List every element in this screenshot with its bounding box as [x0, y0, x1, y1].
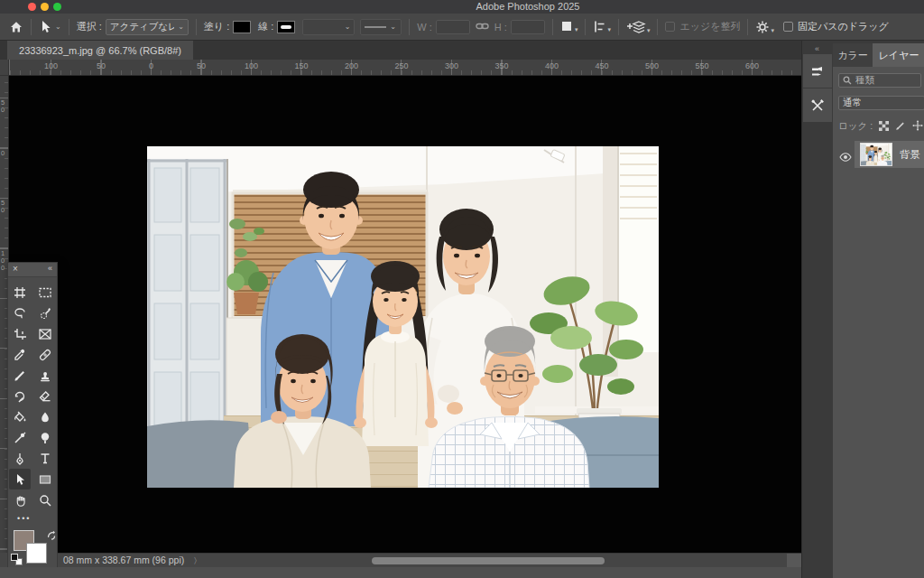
window-title: Adobe Photoshop 2025: [476, 1, 580, 12]
fill-swatch[interactable]: [233, 21, 251, 33]
chevron-down-icon: ⌄: [178, 23, 184, 31]
link-icon[interactable]: [476, 22, 489, 33]
stroke-type-dropdown: ⌄: [360, 19, 402, 35]
tool-presets-icon[interactable]: [803, 89, 832, 122]
height-field: [511, 20, 545, 34]
width-field: [436, 20, 470, 34]
horizontal-ruler[interactable]: 1005005010015020025030035040045050055060…: [9, 60, 801, 76]
move-tool-button[interactable]: ⌄: [39, 20, 61, 33]
stroke-swatch[interactable]: [277, 21, 295, 33]
canvas-pasteboard[interactable]: [9, 76, 801, 553]
maximize-window-button[interactable]: [53, 3, 61, 11]
options-bar: ⌄ 選択 : アクティブなレ… ⌄ 塗り : 線 : ⌄ ⌄ W : H :: [0, 14, 924, 41]
tools-panel: × «: [7, 262, 58, 578]
home-icon[interactable]: [9, 20, 23, 34]
tool-hand[interactable]: [9, 489, 31, 510]
path-operations-button[interactable]: ▾: [560, 20, 578, 33]
path-alignment-button[interactable]: ▾: [593, 20, 611, 33]
tool-toning[interactable]: [9, 427, 31, 448]
tool-eraser[interactable]: [34, 386, 56, 406]
tab-layers[interactable]: レイヤー: [873, 43, 924, 67]
layer-search-input[interactable]: 種類: [838, 73, 921, 88]
tool-history-brush[interactable]: [9, 386, 31, 406]
lock-label: ロック :: [838, 120, 873, 133]
tool-quick-select[interactable]: [34, 303, 56, 323]
stroke-width-dropdown: ⌄: [302, 19, 355, 35]
lock-position-icon[interactable]: [912, 120, 923, 133]
constrain-path-drag-checkbox[interactable]: 固定パスのドラッグ: [783, 20, 889, 33]
tool-blur[interactable]: [34, 406, 56, 427]
brushes-panel-icon[interactable]: [803, 54, 832, 88]
tool-path-select[interactable]: [9, 469, 31, 489]
status-bar[interactable]: 08 mm x 338.67 mm (96 ppi)〉: [58, 553, 787, 567]
document-tab[interactable]: 23336923_m.jpg @ 66.7% (RGB/8#): [7, 41, 193, 60]
document-tab-bar: 23336923_m.jpg @ 66.7% (RGB/8#): [0, 41, 801, 60]
move-tool-icon: [39, 20, 51, 33]
chevron-down-icon: ⌄: [55, 23, 61, 31]
gear-button[interactable]: ▾: [755, 20, 774, 34]
tool-type[interactable]: [34, 448, 56, 469]
fill-label: 塗り :: [204, 20, 229, 33]
tool-paint-bucket[interactable]: [9, 406, 31, 427]
tool-frame[interactable]: [34, 323, 56, 344]
swap-colors-icon[interactable]: [46, 528, 57, 545]
tool-lasso[interactable]: [9, 303, 31, 323]
path-arrangement-button[interactable]: ▾: [626, 20, 651, 34]
tool-marquee[interactable]: [34, 282, 56, 303]
height-label: H :: [494, 22, 507, 33]
width-label: W :: [417, 22, 432, 33]
close-window-button[interactable]: [28, 3, 36, 11]
eye-icon[interactable]: [839, 149, 852, 165]
stroke-label: 線 :: [258, 20, 273, 33]
titlebar: Adobe Photoshop 2025: [0, 0, 924, 14]
blend-mode-dropdown[interactable]: 通常: [838, 96, 924, 110]
layers-panel: カラー レイヤー 種類 通常 ロック :: [833, 43, 924, 578]
status-chevron-icon[interactable]: 〉: [193, 556, 201, 565]
tool-pen[interactable]: [9, 448, 31, 469]
tools-panel-header[interactable]: × «: [8, 263, 57, 277]
edit-toolbar-ellipsis[interactable]: •••: [8, 510, 57, 523]
tool-brush[interactable]: [9, 365, 31, 386]
document-image[interactable]: [147, 146, 659, 488]
search-icon: [843, 76, 852, 85]
select-label: 選択 :: [77, 20, 102, 33]
tool-healing-brush[interactable]: [34, 344, 56, 365]
collapse-icon[interactable]: «: [48, 264, 52, 273]
ruler-origin-corner[interactable]: [0, 60, 9, 76]
lock-paint-icon[interactable]: [895, 120, 906, 133]
layer-thumbnail[interactable]: [860, 143, 892, 166]
panel-tabs: カラー レイヤー: [833, 43, 924, 67]
tab-color[interactable]: カラー: [833, 43, 873, 67]
document-dimensions: 08 mm x 338.67 mm (96 ppi): [63, 555, 184, 565]
collapse-dock-icon[interactable]: «: [815, 44, 819, 53]
tool-artboard[interactable]: [9, 282, 31, 303]
align-edges-checkbox: エッジを整列: [665, 20, 740, 33]
default-colors-icon[interactable]: [11, 554, 23, 566]
minimize-window-button[interactable]: [41, 3, 49, 11]
tool-clone-stamp[interactable]: [34, 365, 56, 386]
select-mode-dropdown[interactable]: アクティブなレ… ⌄: [106, 19, 189, 35]
lock-transparency-icon[interactable]: [879, 121, 889, 133]
gear-icon: [755, 20, 770, 34]
close-icon[interactable]: ×: [13, 264, 18, 274]
tool-eyedropper[interactable]: [9, 344, 31, 365]
layer-row[interactable]: 背景: [833, 141, 924, 168]
background-color-swatch[interactable]: [26, 543, 47, 564]
scrollbar-corner[interactable]: [787, 553, 801, 567]
right-panel-dock: « カラー レイヤー 種類 通常 ロック :: [801, 41, 924, 578]
tool-dodge[interactable]: [34, 427, 56, 448]
tool-rectangle[interactable]: [34, 469, 56, 489]
layer-name: 背景: [900, 148, 920, 162]
tool-zoom[interactable]: [34, 489, 56, 510]
horizontal-scrollbar[interactable]: [372, 557, 605, 564]
photoshop-window: Adobe Photoshop 2025 ⌄ 選択 : アクティブなレ… ⌄ 塗…: [0, 0, 924, 578]
tool-crop[interactable]: [9, 323, 31, 344]
window-bottom-strip: [0, 567, 801, 578]
lock-row: ロック :: [838, 120, 924, 133]
